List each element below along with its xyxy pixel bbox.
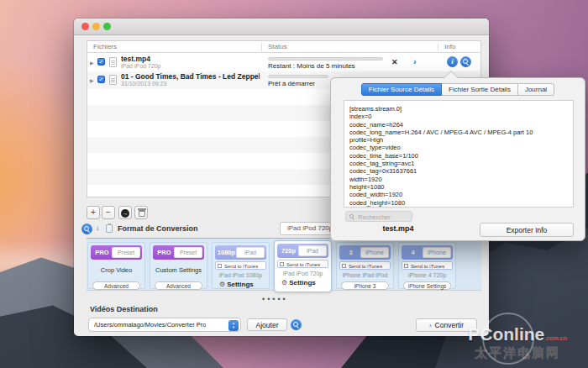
progress-bar	[268, 57, 383, 60]
preset-badge: 720p iPad	[277, 244, 328, 258]
clipboard-icon[interactable]	[106, 224, 113, 233]
send-to-itunes-checkbox[interactable]: Send to iTunes	[339, 261, 391, 270]
minimize-window-button[interactable]	[92, 23, 100, 30]
chevron-right-icon[interactable]: ›	[413, 56, 417, 66]
search-placeholder: Rechercher	[358, 213, 391, 221]
close-window-button[interactable]	[81, 23, 89, 30]
delete-button[interactable]	[134, 206, 148, 219]
badge-sublabel: Preset	[112, 247, 140, 258]
row-checkbox[interactable]: ✓	[97, 76, 105, 83]
badge-sublabel: Preset	[174, 247, 202, 258]
popover-filename: test.mp4	[331, 224, 465, 233]
column-divider	[438, 43, 438, 51]
download-arrow-icon[interactable]: ↓	[96, 223, 100, 232]
iphone3-button[interactable]: iPhone 3	[341, 281, 389, 290]
settings-button[interactable]: ⚙Settings	[281, 279, 316, 287]
start-conversion-button[interactable]: →	[118, 206, 132, 219]
search-icon[interactable]	[460, 56, 471, 67]
play-chevron-icon: ›	[429, 322, 432, 329]
table-row[interactable]: ▶ ✓ test.mp4 iPad iPod 720p Restant : Mo…	[87, 54, 480, 71]
preset-badge: 3 iPhone	[339, 245, 391, 260]
progress-bar	[268, 75, 328, 78]
disclosure-triangle-icon[interactable]: ▶	[90, 60, 94, 66]
send-to-itunes-checkbox[interactable]: Send to iTunes	[402, 261, 453, 270]
format-section-label: Format de Conversion	[118, 224, 198, 233]
remove-file-button[interactable]: −	[102, 206, 115, 219]
column-header-info: Info	[444, 43, 455, 50]
preset-card-iphone-3[interactable]: 3 iPhone Send to iTunes iPhone iPad iPod…	[336, 242, 394, 289]
badge-sublabel: iPhone	[360, 247, 389, 258]
popover-tabs: Fichier Source Détails Fichier Sortie Dé…	[331, 83, 585, 96]
badge-label: 4	[402, 245, 424, 260]
preset-card-custom-settings[interactable]: PRO Preset Custom Settings Advanced	[150, 242, 207, 289]
stream-details-text: [streams.stream.0] index=0 codec_name=h2…	[344, 100, 574, 208]
info-popover: Fichier Source Détails Fichier Sortie Dé…	[330, 77, 585, 241]
popover-arrow	[444, 71, 458, 78]
checkbox[interactable]	[218, 264, 222, 268]
badge-label: PRO	[153, 245, 176, 260]
tab-output-details[interactable]: Fichier Sortie Détails	[442, 83, 518, 96]
badge-sublabel: iPhone	[423, 247, 451, 258]
preset-cards-strip: PRO Preset Crop Video Advanced PRO Prese…	[87, 238, 481, 291]
status-text: Prêt à démarrer	[268, 80, 315, 87]
convert-button[interactable]: ›Convertir	[416, 318, 477, 332]
audio-file-icon	[109, 75, 117, 85]
iphone-settings-button[interactable]: iPhone Settings	[403, 281, 451, 290]
add-file-button[interactable]: +	[87, 206, 100, 219]
advanced-button[interactable]: Advanced	[155, 281, 202, 290]
file-subtitle: iPad iPod 720p	[121, 63, 160, 69]
checkbox-label: Send to iTunes	[286, 262, 320, 267]
disclosure-triangle-icon[interactable]: ▶	[90, 77, 94, 83]
circle-arrow-icon: →	[121, 209, 129, 218]
file-subtitle: 31/10/2013 09:23	[121, 81, 167, 87]
add-destination-button[interactable]: Ajouter	[247, 318, 287, 331]
preset-card-iphone-4[interactable]: 4 iPhone Send to iTunes iPhone 4 720p iP…	[398, 242, 456, 289]
preset-badge: PRO Preset	[153, 245, 204, 260]
table-header: Fichiers Status Info	[87, 41, 480, 53]
preset-title: iPhone iPad iPod	[337, 272, 393, 278]
cancel-conversion-icon[interactable]: ✕	[391, 58, 398, 66]
gear-icon: ⚙	[281, 279, 287, 287]
row-checkbox[interactable]: ✓	[97, 58, 105, 66]
column-header-files: Fichiers	[93, 43, 117, 50]
page-indicator-dots[interactable]: •••••	[262, 295, 288, 303]
status-text: Restant : Moins de 5 minutes	[268, 62, 355, 70]
column-header-status: Status	[268, 43, 287, 50]
checkbox[interactable]	[342, 264, 346, 268]
badge-sublabel: iPad	[236, 247, 265, 258]
zoom-window-button[interactable]	[103, 23, 111, 30]
gear-icon: ⚙	[219, 281, 225, 288]
checkbox[interactable]	[404, 264, 408, 268]
dropdown-stepper-icon[interactable]: ▲▼	[228, 320, 239, 331]
info-icon[interactable]: i	[447, 56, 458, 67]
preset-card-ipad-1080p[interactable]: 1080p iPad Send to iTunes iPad iPod 1080…	[212, 242, 270, 289]
advanced-button[interactable]: Advanced	[92, 281, 140, 290]
tab-journal[interactable]: Journal	[518, 83, 554, 96]
video-file-icon	[109, 57, 117, 67]
destination-path: /Users/ommalago/Movies/Converter Pro	[94, 321, 206, 329]
preset-badge: PRO Preset	[91, 245, 142, 260]
popover-search-field[interactable]: Rechercher	[345, 211, 412, 222]
preset-title: iPad iPod 1080p	[213, 272, 269, 278]
preset-card-ipad-720p-selected[interactable]: 720p iPad Send to iTunes iPad iPod 720p …	[274, 240, 332, 292]
checkbox[interactable]	[280, 262, 284, 266]
settings-button[interactable]: ⚙Settings	[219, 281, 254, 288]
send-to-itunes-checkbox[interactable]: Send to iTunes	[215, 261, 266, 270]
reveal-destination-icon[interactable]	[291, 319, 302, 330]
preset-title: iPhone 4 720p	[399, 272, 455, 278]
preset-title: Crop Video	[88, 266, 144, 274]
export-info-button[interactable]: Exporter Info	[480, 223, 574, 237]
preset-badge: 1080p iPad	[215, 245, 266, 260]
badge-label: 1080p	[215, 245, 238, 260]
trash-icon	[139, 210, 145, 217]
destination-dropdown[interactable]: /Users/ommalago/Movies/Converter Pro ▲▼	[88, 318, 241, 332]
preset-title: Custom Settings	[150, 266, 207, 274]
checkbox-label: Send to iTunes	[349, 264, 382, 269]
send-to-itunes-checkbox[interactable]: Send to iTunes	[277, 260, 328, 268]
tab-source-details[interactable]: Fichier Source Détails	[361, 83, 442, 96]
file-title: 01 - Good Times, Bad Times - Led Zeppeli…	[121, 72, 260, 81]
preset-card-crop-video[interactable]: PRO Preset Crop Video Advanced	[87, 242, 145, 289]
destination-section-label: Vidéos Destination	[90, 305, 158, 313]
titlebar[interactable]	[74, 18, 489, 35]
search-presets-icon[interactable]	[81, 223, 92, 234]
